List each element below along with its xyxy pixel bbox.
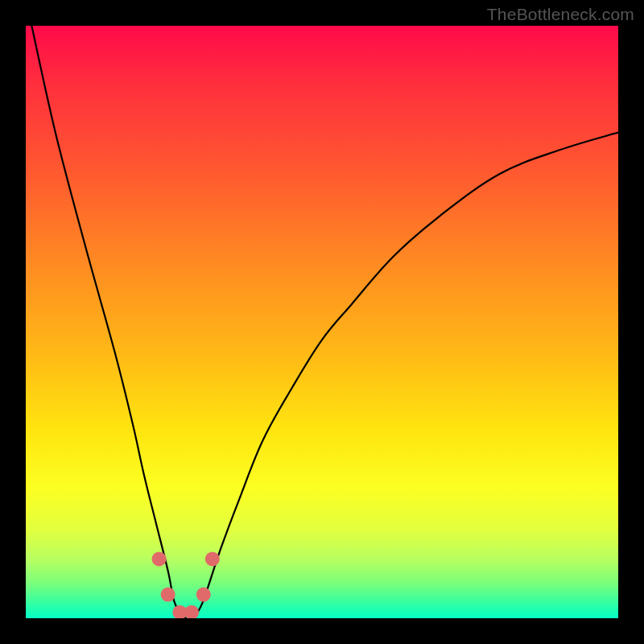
bottleneck-curve (31, 26, 618, 618)
curve-marker (152, 551, 167, 566)
curve-marker (196, 588, 211, 602)
curve-marker (205, 551, 220, 566)
curve-marker (161, 588, 175, 602)
watermark-text: TheBottleneck.com (487, 5, 634, 24)
curve-layer (26, 26, 618, 618)
plot-area (26, 26, 618, 618)
chart-frame: TheBottleneck.com (0, 0, 644, 644)
curve-marker (184, 605, 199, 618)
